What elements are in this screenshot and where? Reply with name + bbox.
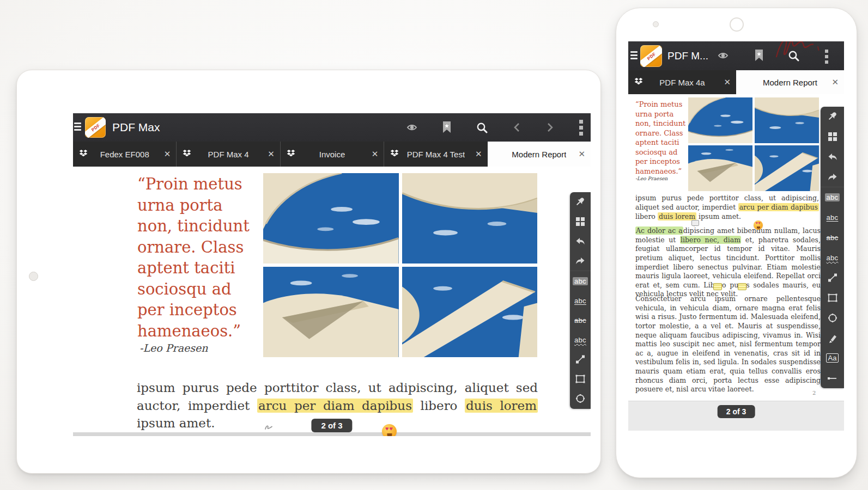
pdf-max-logo-icon[interactable]: PDF (640, 45, 662, 67)
body-paragraph-1: ipsum purus pede porttitor class, ut adi… (635, 194, 819, 221)
close-tab-icon[interactable]: ✕ (724, 77, 731, 87)
yellow-highlight-annotation[interactable]: duis lorem (465, 399, 538, 413)
page-indicator: 2 of 3 (718, 405, 755, 418)
phone-device: PDF PDF M... PDF Max 4a ✕ Modern (616, 8, 857, 478)
green-highlight-annotation[interactable]: Ac dolor ac a (635, 226, 683, 235)
photo-bottom-right (402, 267, 538, 357)
text-tool[interactable]: Aa (821, 348, 844, 368)
app-title: PDF M... (667, 50, 708, 62)
pdf-max-logo-icon[interactable]: PDF (85, 117, 106, 138)
logo-text: PDF (90, 122, 101, 132)
close-tab-icon[interactable]: ✕ (578, 149, 585, 159)
dropbox-icon (183, 149, 191, 160)
undo-tool[interactable] (821, 147, 844, 167)
rectangle-tool[interactable] (570, 369, 591, 389)
emoji-mouth (387, 433, 392, 436)
next-page-icon[interactable] (546, 122, 554, 132)
dropbox-icon (742, 77, 751, 88)
heart-eyes-emoji-sticker[interactable]: ♥♥ (382, 424, 397, 436)
menu-icon[interactable] (630, 51, 638, 59)
previous-page-icon[interactable] (513, 122, 521, 132)
rectangle-tool[interactable] (821, 288, 844, 308)
tab-pdf-max-4-test[interactable]: PDF Max 4 Test ✕ (384, 142, 487, 167)
overflow-menu-icon[interactable] (825, 50, 828, 64)
tab-pdf-max-4[interactable]: PDF Max 4 ✕ (176, 142, 280, 167)
dropbox-icon (634, 77, 643, 88)
tab-label: PDF Max 4a (659, 78, 705, 87)
search-icon[interactable] (476, 122, 488, 133)
circle-tool[interactable] (570, 389, 591, 408)
tab-pdf-max-4a[interactable]: PDF Max 4a ✕ (628, 70, 736, 94)
ink-scribble-annotation[interactable] (265, 422, 273, 432)
tab-modern-report[interactable]: Modern Report ✕ (736, 70, 844, 94)
underline-tool[interactable]: abc (821, 207, 844, 228)
screen-bottom-strip (73, 432, 591, 436)
redo-tool[interactable] (821, 167, 844, 187)
close-tab-icon[interactable]: ✕ (475, 149, 482, 159)
yellow-highlight-annotation[interactable]: duis lorem (658, 212, 696, 220)
tab-label: Fedex EF008 (100, 150, 149, 159)
green-highlight-annotation[interactable]: libero nec, diam (680, 236, 741, 244)
phone-app-bar: PDF PDF M... (628, 41, 844, 70)
bookmark-icon[interactable] (755, 50, 763, 62)
photo-top-right (402, 173, 538, 264)
pin-tool[interactable] (821, 107, 844, 127)
view-mode-icon[interactable] (718, 51, 729, 60)
quote-attribution: -Leo Praesen (139, 342, 208, 354)
menu-icon[interactable] (74, 122, 81, 131)
freeform-line-tool[interactable] (821, 368, 844, 388)
close-tab-icon[interactable]: ✕ (372, 149, 379, 159)
emoji-heart-eyes: ♥♥ (754, 221, 763, 225)
dropbox-icon (390, 149, 399, 160)
comment-bubble-annotation[interactable] (691, 220, 699, 226)
grid-thumbnails-tool[interactable] (821, 127, 844, 147)
page-number: 2 (812, 390, 816, 396)
dropbox-icon (79, 149, 88, 160)
squiggly-underline-tool[interactable]: abc (821, 248, 844, 268)
strikeout-tool[interactable]: abc (570, 310, 591, 330)
logo-text: PDF (646, 51, 657, 61)
pen-tool[interactable] (821, 328, 844, 348)
tab-modern-report[interactable]: Modern Report ✕ (488, 142, 591, 167)
tablet-device: PDF PDF Max Fedex EF008 ✕ (16, 70, 601, 474)
tab-label: Invoice (319, 150, 345, 159)
highlight-tool[interactable]: abc (821, 187, 844, 207)
line-tool[interactable] (570, 350, 591, 369)
app-title: PDF Max (112, 121, 160, 134)
phone-pdf-page: “Proin metus urna porta non, tincidunt o… (628, 94, 844, 401)
photo-top-right (755, 97, 819, 143)
stage: PDF PDF Max Fedex EF008 ✕ (0, 0, 868, 490)
dropbox-icon (494, 149, 502, 160)
ink-signature-annotation[interactable] (772, 41, 822, 62)
undo-tool[interactable] (570, 231, 591, 251)
yellow-highlight-annotation[interactable]: arcu per diam dapibus (257, 399, 413, 413)
circle-tool[interactable] (821, 308, 844, 328)
highlight-tool[interactable]: abc (570, 271, 591, 291)
close-tab-icon[interactable]: ✕ (268, 149, 275, 159)
view-mode-icon[interactable] (406, 122, 417, 132)
kiss-emoji-sticker[interactable]: ♥♥ (754, 220, 763, 230)
tablet-tab-bar: Fedex EF008 ✕ PDF Max 4 ✕ Invoice ✕ PDF … (73, 142, 591, 167)
phone-camera (730, 17, 744, 32)
sticky-note-annotation[interactable] (738, 283, 746, 290)
bookmark-icon[interactable] (442, 121, 451, 133)
strikeout-tool[interactable]: abc (821, 228, 844, 248)
architecture-photo-grid (688, 97, 819, 191)
tab-fedex-ef008[interactable]: Fedex EF008 ✕ (73, 142, 176, 167)
underline-tool[interactable]: abc (570, 291, 591, 310)
pin-tool[interactable] (570, 192, 591, 212)
photo-top-left (263, 173, 399, 264)
redo-tool[interactable] (570, 251, 591, 271)
line-tool[interactable] (821, 268, 844, 288)
close-tab-icon[interactable]: ✕ (831, 77, 839, 87)
tab-invoice[interactable]: Invoice ✕ (280, 142, 384, 167)
grid-thumbnails-tool[interactable] (570, 212, 591, 231)
overflow-menu-icon[interactable] (579, 120, 583, 136)
phone-tab-bar: PDF Max 4a ✕ Modern Report ✕ (628, 70, 844, 94)
squiggly-underline-tool[interactable]: abc (570, 330, 591, 350)
sticky-note-annotation[interactable] (713, 283, 722, 290)
tablet-pdf-page: “Proin metus urna porta non, tincidunt o… (73, 167, 591, 432)
close-tab-icon[interactable]: ✕ (164, 149, 171, 159)
yellow-highlight-annotation[interactable]: arcu per diam dapibus (738, 203, 819, 211)
paragraph-text: ipsum amet. (696, 212, 741, 220)
